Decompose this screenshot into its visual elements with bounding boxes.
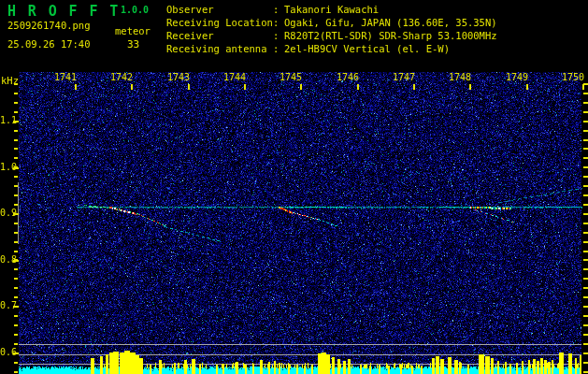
info-label: Receiving antenna [166,42,273,55]
x-axis-label: 1744 [223,72,246,82]
x-axis-label: 1750 [562,72,584,82]
y-axis-label: 1.1 [0,116,12,125]
mode-label: meteor [115,25,151,36]
file-datetime: 25.09.26 17:40 [7,38,91,50]
x-axis-label: 1743 [167,72,190,82]
info-colon: : [273,29,284,42]
x-axis-label: 1747 [393,72,415,82]
info-value: Ogaki, Gifu, JAPAN (136.60E, 35.35N) [284,17,497,28]
info-row-receiver: Receiver:R820T2(RTL-SDR) SDR-Sharp 53.10… [166,29,497,42]
frequency-axis-unit-label: kHz [1,75,19,86]
receiver-info: Observer:Takanori Kawachi Receiving Loca… [166,3,497,55]
y-axis-label: 1.0 [0,163,12,172]
info-value: R820T2(RTL-SDR) SDR-Sharp 53.1000MHz [284,30,497,41]
y-axis-label: 0.7 [0,301,12,310]
info-value: Takanori Kawachi [284,4,379,15]
x-axis-label: 1745 [280,72,302,82]
info-colon: : [273,42,284,55]
info-row-antenna: Receiving antenna:2el-HB9CV Vertical (el… [166,42,497,55]
app-title: H R O F F T [7,3,120,20]
x-axis-label: 1742 [110,72,133,82]
y-axis-label: 0.6 [0,348,12,357]
x-axis-label: 1746 [337,72,359,82]
info-label: Receiving Location [166,16,273,29]
meteor-count: 33 [127,38,139,50]
x-axis-label: 1741 [54,72,77,82]
info-row-location: Receiving Location:Ogaki, Gifu, JAPAN (1… [166,16,497,29]
y-axis-label: 0.8 [0,255,12,265]
info-value: 2el-HB9CV Vertical (el. E-W) [284,43,450,54]
info-row-observer: Observer:Takanori Kawachi [166,3,497,16]
file-name: 2509261740.png [7,20,91,31]
info-label: Observer [166,3,273,16]
info-colon: : [273,3,284,16]
y-axis-label: 0.9 [0,209,12,218]
info-colon: : [273,16,284,29]
x-axis-label: 1748 [449,72,471,82]
info-label: Receiver [166,29,273,42]
spectrogram-canvas [0,0,588,374]
x-axis-label: 1749 [506,72,528,82]
app-version: 1.0.0 [121,5,149,15]
